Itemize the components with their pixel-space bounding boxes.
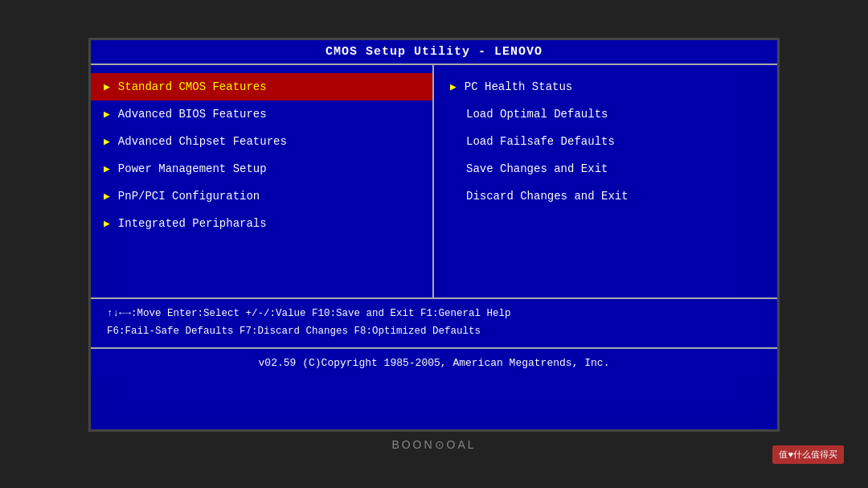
menu-label: PC Health Status: [465, 80, 572, 93]
arrow-icon: ▶: [104, 108, 110, 121]
arrow-icon: ▶: [104, 80, 110, 93]
right-menu-item-save-exit[interactable]: Save Changes and Exit: [434, 155, 777, 182]
menu-label: Standard CMOS Features: [118, 80, 267, 93]
menu-label: Discard Changes and Exit: [466, 190, 628, 203]
keys-line1: ↑↓←→:Move Enter:Select +/-/:Value F10:Sa…: [107, 306, 761, 322]
copyright-text: v02.59 (C)Copyright 1985-2005, American …: [259, 357, 610, 369]
right-menu-item-discard-exit[interactable]: Discard Changes and Exit: [434, 182, 777, 210]
bios-screen: CMOS Setup Utility - LENOVO ▶Standard CM…: [88, 38, 780, 432]
menu-label: Save Changes and Exit: [466, 162, 608, 175]
menu-label: Integrated Peripharals: [118, 217, 267, 230]
main-content: ▶Standard CMOS Features▶Advanced BIOS Fe…: [91, 65, 777, 297]
right-menu-item-pc-health[interactable]: ▶PC Health Status: [434, 73, 777, 100]
arrow-icon: ▶: [104, 190, 110, 203]
bottom-keys: ↑↓←→:Move Enter:Select +/-/:Value F10:Sa…: [91, 297, 777, 347]
arrow-icon: ▶: [104, 135, 110, 148]
title-text: CMOS Setup Utility - LENOVO: [326, 45, 542, 59]
arrow-icon: ▶: [104, 162, 110, 175]
left-menu-item-integrated[interactable]: ▶Integrated Peripharals: [91, 210, 432, 237]
menu-label: Load Failsafe Defaults: [466, 135, 615, 148]
left-menu-item-standard-cmos[interactable]: ▶Standard CMOS Features: [91, 73, 432, 100]
left-menu-item-advanced-bios[interactable]: ▶Advanced BIOS Features: [91, 100, 432, 128]
right-menu-item-load-failsafe[interactable]: Load Failsafe Defaults: [434, 128, 777, 155]
arrow-icon: ▶: [450, 80, 457, 93]
right-menu-item-load-optimal[interactable]: Load Optimal Defaults: [434, 100, 777, 128]
menu-label: PnP/PCI Configuration: [118, 190, 260, 203]
menu-label: Load Optimal Defaults: [466, 108, 608, 121]
copyright-bar: v02.59 (C)Copyright 1985-2005, American …: [91, 347, 777, 378]
left-menu-item-advanced-chipset[interactable]: ▶Advanced Chipset Features: [91, 128, 432, 155]
title-bar: CMOS Setup Utility - LENOVO: [91, 40, 777, 65]
menu-label: Advanced Chipset Features: [118, 135, 287, 148]
left-menu-item-pnp-pci[interactable]: ▶PnP/PCI Configuration: [91, 182, 432, 210]
monitor-brand: BOON⊙OAL: [391, 438, 476, 451]
menu-label: Advanced BIOS Features: [118, 108, 267, 121]
watermark: 值♥什么值得买: [772, 445, 844, 464]
right-panel: ▶PC Health StatusLoad Optimal DefaultsLo…: [434, 65, 777, 297]
monitor: CMOS Setup Utility - LENOVO ▶Standard CM…: [0, 0, 868, 488]
left-panel: ▶Standard CMOS Features▶Advanced BIOS Fe…: [91, 65, 434, 297]
menu-label: Power Management Setup: [118, 162, 267, 175]
left-menu-item-power-management[interactable]: ▶Power Management Setup: [91, 155, 432, 182]
keys-line2: F6:Fail-Safe Defaults F7:Discard Changes…: [107, 323, 761, 340]
arrow-icon: ▶: [104, 217, 110, 230]
